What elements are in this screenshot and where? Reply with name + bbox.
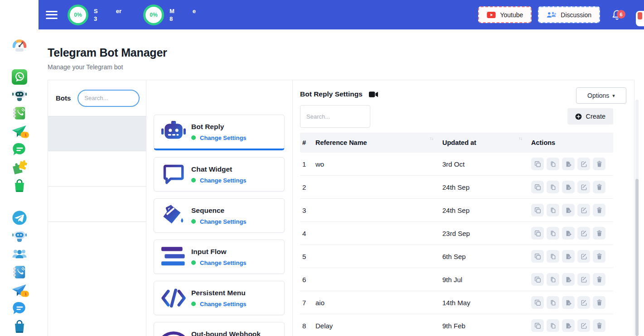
bot-list-item[interactable] (48, 116, 146, 151)
integrations-icon[interactable] (12, 160, 27, 175)
settings-cards-column: Bot ReplyChange SettingsChat WidgetChang… (146, 80, 293, 336)
edit-action-button[interactable] (577, 273, 590, 286)
settings-card-out-bound-webhook[interactable]: Out-bound WebhookChange Settings (154, 322, 285, 336)
edit-action-button[interactable] (577, 204, 590, 216)
duplicate-action-button[interactable] (547, 181, 559, 193)
bot-list-item[interactable] (48, 151, 146, 187)
bots-list (48, 116, 146, 222)
settings-card-input-flow[interactable]: Input FlowChange Settings (154, 240, 285, 274)
discussion-button[interactable]: Discussion (538, 6, 600, 23)
copy-action-button[interactable] (531, 204, 544, 216)
copy-action-button[interactable] (531, 296, 544, 309)
delete-action-button[interactable] (593, 250, 605, 263)
change-settings-link[interactable]: Change Settings (200, 177, 247, 184)
export-icon (565, 184, 572, 191)
edit-action-button[interactable] (577, 227, 590, 240)
video-camera-icon[interactable] (369, 91, 378, 98)
whatsapp-icon[interactable] (12, 69, 27, 85)
export-action-button[interactable] (562, 319, 575, 332)
delete-action-button[interactable] (593, 273, 605, 286)
settings-card-bot-reply[interactable]: Bot ReplyChange Settings (154, 115, 285, 150)
reply-search-input[interactable] (300, 105, 370, 128)
column-actions: Actions (531, 139, 613, 146)
export-action-button[interactable] (562, 181, 575, 193)
whatsapp-livechat-icon[interactable] (12, 142, 27, 157)
duplicate-action-button[interactable] (547, 273, 559, 286)
delete-icon (596, 230, 603, 237)
edit-action-button[interactable] (577, 319, 590, 332)
sort-icon[interactable]: ↑↓ (430, 136, 433, 141)
whatsapp-contacts-icon[interactable] (12, 106, 27, 121)
status-dot-icon (191, 302, 196, 306)
whatsapp-broadcast-icon[interactable]: 11 (12, 124, 27, 139)
delete-action-button[interactable] (593, 227, 605, 240)
telegram-contacts-icon[interactable] (12, 264, 27, 280)
export-action-button[interactable] (562, 250, 575, 263)
sort-icon[interactable]: ↑↓ (518, 136, 522, 141)
telegram-group-icon[interactable] (12, 246, 27, 262)
duplicate-action-button[interactable] (547, 227, 559, 240)
duplicate-action-button[interactable] (547, 296, 559, 309)
telegram-broadcast-icon[interactable]: 11 (12, 283, 27, 298)
column-number[interactable]: # (300, 139, 315, 146)
settings-card-persistent-menu[interactable]: Persistent MenuChange Settings (154, 281, 285, 315)
change-settings-link[interactable]: Change Settings (200, 218, 247, 225)
hamburger-menu-icon[interactable] (46, 9, 58, 21)
telegram-store-icon[interactable] (12, 319, 27, 334)
edit-action-button[interactable] (577, 158, 590, 170)
bots-search-input[interactable] (77, 90, 140, 107)
status-dot-icon (191, 219, 196, 224)
bot-list-item[interactable] (48, 187, 146, 222)
row-number: 5 (300, 253, 315, 260)
whatsapp-bot-icon[interactable] (12, 87, 27, 103)
export-action-button[interactable] (562, 273, 575, 286)
telegram-icon[interactable] (12, 210, 27, 226)
create-button[interactable]: Create (567, 108, 613, 125)
export-action-button[interactable] (562, 227, 575, 240)
delete-action-button[interactable] (593, 319, 605, 332)
scrollbar-thumb[interactable] (635, 179, 639, 336)
copy-action-button[interactable] (531, 273, 544, 286)
duplicate-action-button[interactable] (547, 158, 559, 170)
table-row: 1wo3rd Oct (300, 153, 613, 176)
delete-action-button[interactable] (593, 296, 605, 309)
export-action-button[interactable] (562, 296, 575, 309)
row-number: 2 (300, 183, 315, 191)
change-settings-link[interactable]: Change Settings (200, 259, 247, 266)
dashboard-gauge-icon[interactable] (12, 38, 27, 53)
notifications-button[interactable]: 6 (612, 9, 622, 20)
export-icon (565, 207, 572, 214)
copy-action-button[interactable] (531, 227, 544, 240)
copy-action-button[interactable] (531, 158, 544, 170)
options-dropdown-button[interactable]: Options ▾ (576, 87, 626, 104)
youtube-button[interactable]: Youtube (478, 6, 532, 23)
telegram-bot-icon[interactable] (12, 228, 27, 244)
change-settings-link[interactable]: Change Settings (200, 134, 247, 141)
export-action-button[interactable] (562, 158, 575, 170)
change-settings-link[interactable]: Change Settings (200, 301, 247, 307)
settings-card-chat-widget[interactable]: Chat WidgetChange Settings (154, 157, 285, 192)
duplicate-action-button[interactable] (547, 319, 559, 332)
duplicate-icon (550, 230, 557, 237)
delete-action-button[interactable] (593, 158, 605, 170)
manager-panel: Bots Bot ReplyChange SettingsChat Widget… (48, 80, 634, 336)
settings-card-sequence[interactable]: SequenceChange Settings (154, 198, 285, 233)
column-updated-at[interactable]: Updated at ↑↓ (442, 139, 531, 146)
copy-action-button[interactable] (531, 181, 544, 193)
edit-action-button[interactable] (577, 296, 590, 309)
edit-action-button[interactable] (577, 181, 590, 193)
delete-action-button[interactable] (593, 204, 605, 216)
telegram-livechat-icon[interactable] (12, 301, 27, 316)
duplicate-action-button[interactable] (547, 204, 559, 216)
avatar[interactable] (636, 11, 644, 26)
delete-action-button[interactable] (593, 181, 605, 193)
export-action-button[interactable] (562, 204, 575, 216)
duplicate-icon (550, 322, 557, 329)
copy-action-button[interactable] (531, 319, 544, 332)
copy-action-button[interactable] (531, 250, 544, 263)
column-reference-name[interactable]: Reference Name ↑↓ (315, 139, 442, 146)
edit-action-button[interactable] (577, 250, 590, 263)
export-icon (565, 253, 572, 260)
duplicate-action-button[interactable] (547, 250, 559, 263)
whatsapp-store-icon[interactable] (12, 178, 27, 193)
